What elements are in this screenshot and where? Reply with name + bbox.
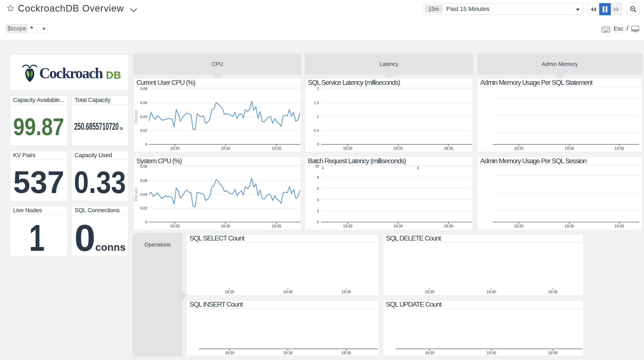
svg-text:8: 8 [317,175,319,179]
svg-text:19:35: 19:35 [444,224,453,228]
svg-text:19:35: 19:35 [615,146,624,151]
svg-text:19:35: 19:35 [272,224,281,228]
svg-text:19:35: 19:35 [444,146,453,151]
svg-text:19:30: 19:30 [283,351,293,355]
svg-text:0.08: 0.08 [140,87,147,91]
svg-text:2: 2 [317,209,319,213]
svg-text:19:25: 19:25 [425,290,434,294]
svg-text:19:25: 19:25 [225,351,234,355]
svg-text:19:25: 19:25 [170,224,180,228]
svg-text:19:30: 19:30 [565,146,574,151]
svg-text:19:30: 19:30 [487,351,496,355]
svg-text:10: 10 [315,164,319,168]
svg-text:19:30: 19:30 [221,224,230,228]
svg-text:19:30: 19:30 [394,224,403,228]
svg-text:19:35: 19:35 [272,146,281,151]
svg-text:0: 0 [317,220,319,224]
svg-text:19:35: 19:35 [615,224,624,228]
svg-text:19:35: 19:35 [342,290,351,294]
svg-text:Percent: Percent [134,188,138,201]
svg-text:19:35: 19:35 [548,351,558,355]
svg-text:19:35: 19:35 [342,351,351,355]
svg-text:19:25: 19:25 [514,146,524,151]
svg-text:19:30: 19:30 [283,290,293,294]
svg-text:0.06: 0.06 [140,101,147,105]
svg-text:6: 6 [317,187,319,191]
svg-text:1: 1 [317,115,319,119]
svg-text:0: 0 [145,142,147,146]
svg-text:19:25: 19:25 [343,224,352,228]
svg-text:0: 0 [317,142,319,146]
svg-text:19:35: 19:35 [548,290,558,294]
svg-text:0.08: 0.08 [140,164,147,169]
svg-text:1.5: 1.5 [314,101,319,105]
svg-text:0.5: 0.5 [314,128,319,133]
svg-text:19:25: 19:25 [170,146,180,151]
svg-text:4: 4 [317,198,319,202]
svg-text:19:25: 19:25 [514,224,524,228]
svg-text:19:30: 19:30 [487,290,496,294]
svg-text:0.02: 0.02 [140,206,147,210]
svg-text:19:25: 19:25 [425,351,434,355]
svg-text:0: 0 [145,220,147,224]
svg-text:2: 2 [317,87,319,91]
svg-text:0.06: 0.06 [140,179,147,183]
svg-text:19:25: 19:25 [225,290,234,294]
svg-text:19:25: 19:25 [343,146,352,151]
svg-text:19:30: 19:30 [394,146,403,151]
svg-text:0.02: 0.02 [140,128,147,133]
svg-text:0.04: 0.04 [140,193,147,197]
svg-text:0.04: 0.04 [140,115,147,119]
svg-text:19:30: 19:30 [565,224,574,228]
svg-text:19:30: 19:30 [221,146,230,151]
svg-text:Percent: Percent [134,110,138,123]
